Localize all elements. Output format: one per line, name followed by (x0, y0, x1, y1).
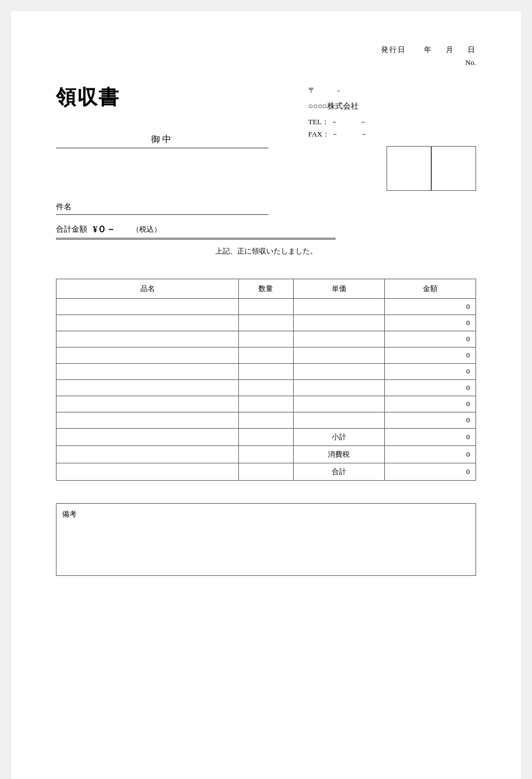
row-name (57, 412, 239, 428)
row-price (293, 396, 384, 412)
row-amount: 0 (384, 331, 475, 347)
no-row: No. (56, 58, 476, 67)
row-qty (239, 363, 294, 379)
row-price (293, 315, 384, 331)
table-row: 0 (57, 298, 476, 315)
row-qty (239, 331, 294, 347)
row-amount: 0 (384, 379, 475, 396)
tax-empty-name (57, 445, 239, 463)
total-empty-qty (239, 463, 294, 480)
fax-row: FAX： － － (308, 128, 476, 140)
header-amount: 金額 (384, 279, 475, 298)
row-amount: 0 (384, 363, 475, 379)
total-empty-name (57, 463, 239, 480)
day-label: 日 (468, 45, 476, 55)
row-name (57, 347, 239, 363)
row-amount: 0 (384, 412, 475, 428)
receipt-title: 領収書 (56, 84, 308, 111)
table-row: 0 (57, 347, 476, 363)
row-name (57, 331, 239, 347)
issue-date-row: 発行日 年 月 日 (56, 45, 476, 55)
row-qty (239, 298, 294, 315)
row-price (293, 347, 384, 363)
subject-row: 件名 (56, 202, 269, 215)
row-name (57, 298, 239, 315)
row-name (57, 315, 239, 331)
row-amount: 0 (384, 315, 475, 331)
row-price (293, 331, 384, 347)
table-row: 0 (57, 315, 476, 331)
row-amount: 0 (384, 347, 475, 363)
items-table: 品名 数量 単価 金額 0 0 0 (56, 279, 476, 481)
main-section: 領収書 御中 〒 - ○○○○株式会社 TEL： － － FAX： － － (56, 84, 476, 191)
amount-value: ¥０－ (93, 224, 115, 236)
tax-row: 消費税 0 (57, 445, 476, 463)
subject-label: 件名 (56, 202, 72, 212)
table-header-row: 品名 数量 単価 金額 (57, 279, 476, 298)
row-qty (239, 412, 294, 428)
subtotal-empty-name (57, 428, 239, 445)
right-section: 〒 - ○○○○株式会社 TEL： － － FAX： － － (308, 84, 476, 191)
row-price (293, 379, 384, 396)
row-price (293, 412, 384, 428)
tax-label: 消費税 (293, 445, 384, 463)
total-value: 0 (384, 463, 475, 480)
total-label: 合計 (293, 463, 384, 480)
row-qty (239, 347, 294, 363)
tel-row: TEL： － － (308, 116, 476, 128)
amount-section: 合計金額 ¥０－ （税込） (56, 224, 336, 240)
recipient-section: 御中 (56, 134, 269, 148)
table-section: 品名 数量 単価 金額 0 0 0 (56, 279, 476, 481)
fax-value: － － (331, 130, 368, 138)
subtotal-label: 小計 (293, 428, 384, 445)
remarks-section: 備考 (56, 503, 476, 576)
subtotal-value: 0 (384, 428, 475, 445)
row-name (57, 396, 239, 412)
stamp-boxes (308, 146, 476, 191)
issue-date-label: 発行日 (381, 45, 406, 55)
table-row: 0 (57, 412, 476, 428)
tax-empty-qty (239, 445, 294, 463)
row-price (293, 298, 384, 315)
header-price: 単価 (293, 279, 384, 298)
header-qty: 数量 (239, 279, 294, 298)
stamp-box-2 (431, 146, 476, 191)
remarks-box: 備考 (56, 503, 476, 576)
total-row: 合計 0 (57, 463, 476, 480)
receipt-page: 発行日 年 月 日 No. 領収書 御中 〒 - ○○○○株式 (11, 11, 521, 779)
tax-value: 0 (384, 445, 475, 463)
postal-code: 〒 - (308, 84, 476, 97)
row-name (57, 363, 239, 379)
row-qty (239, 396, 294, 412)
row-qty (239, 379, 294, 396)
subject-section: 件名 (56, 202, 269, 215)
recipient-label: 御中 (151, 134, 173, 146)
row-qty (239, 315, 294, 331)
stamp-box-1 (387, 146, 431, 191)
month-label: 月 (446, 45, 454, 55)
row-amount: 0 (384, 298, 475, 315)
row-price (293, 363, 384, 379)
amount-label: 合計金額 (56, 224, 87, 234)
left-section: 領収書 御中 (56, 84, 308, 191)
fax-label: FAX： (308, 130, 329, 138)
recipient-underline (56, 148, 269, 148)
subtotal-empty-qty (239, 428, 294, 445)
amount-row: 合計金額 ¥０－ （税込） (56, 224, 336, 240)
confirmation-text: 上記、正に領収いたしました。 (56, 246, 476, 256)
no-label: No. (465, 58, 476, 67)
table-row: 0 (57, 331, 476, 347)
subtotal-row: 小計 0 (57, 428, 476, 445)
tel-label: TEL： (308, 118, 329, 126)
row-name (57, 379, 239, 396)
tel-value: － － (331, 118, 367, 126)
remarks-label: 備考 (62, 509, 470, 519)
year-label: 年 (424, 45, 432, 55)
tax-note: （税込） (132, 224, 161, 234)
table-row: 0 (57, 363, 476, 379)
row-amount: 0 (384, 396, 475, 412)
company-name: ○○○○株式会社 (308, 99, 476, 113)
table-row: 0 (57, 379, 476, 396)
header-name: 品名 (57, 279, 239, 298)
table-row: 0 (57, 396, 476, 412)
